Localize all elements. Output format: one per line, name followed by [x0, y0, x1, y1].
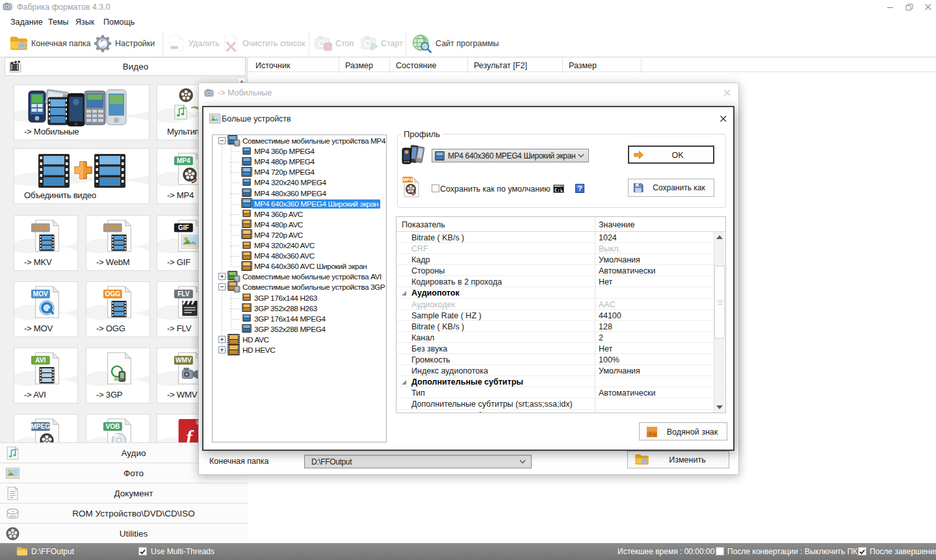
- help-icon[interactable]: ?: [575, 184, 584, 193]
- menu-1[interactable]: Задание: [10, 18, 43, 27]
- column-header[interactable]: Размер: [563, 58, 642, 73]
- expand-icon[interactable]: [218, 273, 226, 280]
- tree-item-label[interactable]: 3GP 176x144 H263: [252, 294, 319, 303]
- format-tile[interactable]: -> Мобильные: [14, 84, 150, 140]
- profile-combo[interactable]: MP4 640x360 MPEG4 Широкий экран: [432, 149, 589, 162]
- toolbar-button-7[interactable]: Сайт программы: [436, 39, 499, 48]
- tree-item-label[interactable]: MP4 360p AVC: [252, 210, 305, 219]
- change-folder-button[interactable]: Изменить: [627, 451, 729, 468]
- tree-item-label[interactable]: MP4 360p MPEG4: [252, 147, 317, 156]
- mobile-dialog-close-icon[interactable]: [723, 88, 732, 97]
- sidebar-section-5[interactable]: Utilities: [0, 523, 248, 543]
- tree-item-label[interactable]: MP4 480p MPEG4: [252, 157, 317, 166]
- tree-item-label[interactable]: HD AVC: [240, 335, 271, 344]
- tree-item-label[interactable]: MP4 480x360 AVC: [252, 251, 317, 261]
- menu-4[interactable]: Помощь: [103, 18, 135, 27]
- column-header[interactable]: Источник: [250, 58, 339, 73]
- format-tile[interactable]: AVI -> AVI: [14, 348, 78, 403]
- tree-item[interactable]: HD HEVC: [213, 345, 386, 356]
- settings-row[interactable]: Bitrate ( KB/s )128: [396, 321, 726, 332]
- tree-item-label[interactable]: MP4 480x360 MPEG4: [252, 189, 328, 198]
- scroll-up-icon[interactable]: [714, 232, 725, 243]
- settings-row[interactable]: АудиокодекAAC: [396, 299, 726, 310]
- sidebar-section-video[interactable]: Видео: [5, 57, 246, 76]
- toolbar-button-1[interactable]: Конечная папка: [31, 39, 90, 48]
- tree-item-label[interactable]: MP4 480p AVC: [252, 220, 305, 229]
- globe-icon[interactable]: [411, 34, 432, 54]
- tree-item[interactable]: MP4 480p AVC: [213, 220, 386, 231]
- format-tile[interactable]: 3GP-> 3GP: [86, 348, 150, 403]
- tree-item[interactable]: 3GP 176x144 H263: [213, 293, 386, 304]
- settings-row[interactable]: Без звукаНет: [396, 343, 726, 354]
- after-convert-checkbox[interactable]: [716, 547, 724, 555]
- sidebar-section-4[interactable]: ROM Устройство\DVD\CD\ISO: [0, 503, 248, 523]
- tree-item[interactable]: MP4 640x360 MPEG4 Широкий экран: [213, 199, 386, 210]
- minimize-icon[interactable]: [886, 3, 895, 12]
- settings-row[interactable]: Индекс аудиопотокаУмолчания: [396, 365, 726, 376]
- settings-group-row[interactable]: Дополнительные субтитры: [396, 376, 726, 387]
- after-done-checkbox[interactable]: [858, 547, 866, 555]
- format-tile[interactable]: MKV -> MKV: [14, 215, 78, 271]
- tree-item-label[interactable]: MP4 640x360 AVC Широкий экран: [252, 262, 369, 271]
- settings-row[interactable]: Канал2: [396, 332, 726, 343]
- tree-item-label[interactable]: Совместимые мобильные устройства MP4: [240, 136, 387, 146]
- format-tile[interactable]: Объединить видео: [14, 148, 150, 204]
- format-tile[interactable]: VOB: [86, 414, 150, 442]
- tree-item-label[interactable]: Совместимые мобильные устройства 3GP: [240, 283, 387, 292]
- tree-item-label[interactable]: HD HEVC: [240, 346, 277, 355]
- tree-item-label-selected[interactable]: MP4 640x360 MPEG4 Широкий экран: [252, 199, 380, 209]
- collapse-icon[interactable]: [218, 283, 226, 290]
- output-folder-combo[interactable]: D:\FFOutput: [304, 455, 532, 468]
- tree-item-label[interactable]: MP4 720p AVC: [252, 231, 305, 240]
- toolbar-button-2[interactable]: Настройки: [115, 39, 155, 48]
- devices-dialog-close-icon[interactable]: [719, 114, 728, 123]
- status-output-folder[interactable]: D:\FFOutput: [31, 547, 74, 556]
- scroll-down-icon[interactable]: [714, 401, 725, 413]
- tree-item-label[interactable]: 3GP 352x288 H263: [252, 304, 319, 313]
- tree-item-label[interactable]: 3GP 176x144 MPEG4: [252, 314, 328, 324]
- settings-row[interactable]: Sample Rate ( HZ )44100: [396, 310, 726, 321]
- settings-row[interactable]: Дополнительные субтитры (srt;ass;ssa;idx…: [396, 398, 726, 409]
- watermark-button[interactable]: Водяной знак: [639, 422, 727, 440]
- restore-icon[interactable]: [905, 3, 914, 12]
- tree-item[interactable]: Совместимые мобильные устройства MP4: [213, 136, 386, 147]
- settings-group-row[interactable]: Аудиопоток: [396, 287, 726, 298]
- menu-2[interactable]: Темы: [48, 18, 68, 27]
- settings-row[interactable]: Кодировать в 2 проходаНет: [396, 276, 726, 287]
- format-tile[interactable]: webm -> WebM: [86, 215, 150, 271]
- settings-row[interactable]: КадрУмолчания: [396, 254, 726, 265]
- column-header[interactable]: Результат [F2]: [468, 58, 563, 73]
- collapse-icon[interactable]: [218, 137, 226, 144]
- tree-item[interactable]: MP4 480p MPEG4: [213, 157, 386, 168]
- sidebar-section-3[interactable]: Документ: [0, 483, 248, 503]
- ok-button[interactable]: OK: [628, 146, 714, 164]
- settings-scrollbar[interactable]: [714, 232, 725, 413]
- settings-row[interactable]: Громкость100%: [396, 354, 726, 365]
- format-tile[interactable]: OGG -> OGG: [86, 281, 150, 337]
- settings-row[interactable]: СтороныАвтоматически: [396, 265, 726, 276]
- settings-row[interactable]: ТипАвтоматически: [396, 387, 726, 398]
- tree-item-label[interactable]: Совместимые мобильные устройства AVI: [240, 272, 384, 281]
- expand-icon[interactable]: [218, 336, 226, 343]
- column-header[interactable]: Состояние: [390, 58, 468, 73]
- column-header[interactable]: [642, 58, 936, 73]
- tree-item[interactable]: MP4 720p AVC: [213, 230, 386, 241]
- multithreads-checkbox[interactable]: [138, 547, 147, 555]
- collapse-triangle-icon[interactable]: [402, 380, 406, 385]
- tree-item-label[interactable]: MP4 720p MPEG4: [252, 168, 317, 177]
- settings-row[interactable]: CRFВыкл.: [396, 243, 726, 254]
- column-header[interactable]: Размер: [339, 58, 390, 73]
- settings-row[interactable]: Расположение субтитровУмолчания: [396, 410, 726, 414]
- tree-item-label[interactable]: 3GP 352x288 MPEG4: [252, 325, 328, 334]
- tree-item-label[interactable]: MP4 320x240 AVC: [252, 241, 317, 250]
- format-tile[interactable]: MOV-> MOV: [14, 281, 78, 337]
- tree-item[interactable]: 3GP 176x144 MPEG4: [213, 314, 386, 325]
- gear-icon[interactable]: [94, 34, 112, 53]
- console-icon[interactable]: C:\: [553, 185, 564, 193]
- settings-row[interactable]: Bitrate ( KB/s )1024: [396, 232, 726, 243]
- tree-item[interactable]: MP4 480x360 AVC: [213, 251, 386, 262]
- format-tile[interactable]: MPEG: [14, 414, 78, 442]
- tree-item[interactable]: 3GP 352x288 H263: [213, 303, 386, 314]
- folder-camera-icon[interactable]: [10, 34, 28, 53]
- tree-item[interactable]: MP4 320x240 MPEG4: [213, 177, 386, 188]
